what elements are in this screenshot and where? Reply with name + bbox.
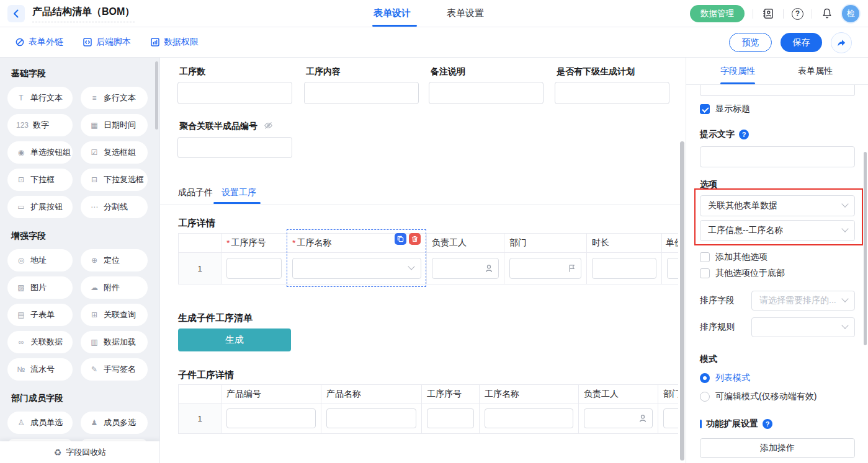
help-icon[interactable]: ? [763, 419, 772, 429]
clipped-input[interactable] [700, 85, 855, 96]
col-header-duration[interactable]: 时长 [587, 234, 662, 253]
tab-finished-parts[interactable]: 成品子件 [178, 187, 213, 198]
header-actions: 数据管理 ? 检 [690, 0, 859, 27]
save-button[interactable]: 保存 [781, 33, 822, 52]
other-option-bottom-row[interactable]: 其他选项位于底部 [700, 268, 855, 279]
delete-column-button[interactable] [409, 233, 421, 245]
share-button[interactable] [831, 32, 852, 53]
tab-set-process[interactable]: 设置工序 [221, 187, 256, 198]
duration-input[interactable] [592, 258, 656, 279]
show-title-checkbox-row[interactable]: 显示标题 [700, 104, 855, 115]
field-pill-select[interactable]: ⊡下拉框 [7, 169, 73, 191]
back-button[interactable] [7, 5, 25, 22]
canvas-scrollbar[interactable] [680, 141, 684, 461]
product-code-input[interactable] [226, 408, 316, 428]
checkbox-checked-icon[interactable] [700, 104, 710, 114]
field-pill-extend-button[interactable]: ▭扩展按钮 [7, 196, 73, 218]
field-label-aggregate-code: 聚合关联半成品编号 [179, 121, 273, 132]
external-link-action[interactable]: 表单外链 [15, 37, 63, 48]
department-input[interactable] [663, 408, 678, 428]
col-header-worker[interactable]: 负责工人 [427, 234, 504, 253]
process-no-input[interactable] [427, 408, 474, 428]
department-picker[interactable] [509, 258, 581, 279]
mode-list-radio[interactable]: 列表模式 [700, 373, 855, 384]
data-manage-button[interactable]: 数据管理 [690, 5, 745, 22]
col-header-department[interactable]: 部门 [504, 234, 587, 253]
copy-column-button[interactable] [395, 233, 406, 245]
field-pill-address[interactable]: ◎地址 [7, 249, 73, 271]
field-pill-divider[interactable]: ⋯分割线 [81, 196, 148, 218]
process-name-input[interactable] [485, 408, 573, 428]
field-pill-attachment[interactable]: ☁附件 [81, 276, 148, 299]
generate-button[interactable]: 生成 [178, 329, 291, 351]
product-name-input[interactable] [326, 408, 416, 428]
field-pill-linked-query[interactable]: ⊞关联查询 [81, 304, 148, 326]
field-recycle-bin[interactable]: ♻ 字段回收站 [0, 441, 160, 463]
tab-form-design[interactable]: 表单设计 [374, 0, 411, 27]
field-pill-member-single[interactable]: ♙成员单选 [7, 412, 73, 434]
data-permission-action[interactable]: 数据权限 [150, 37, 199, 48]
form-title[interactable]: 产品结构清单（BOM） [32, 6, 135, 22]
user-avatar[interactable]: 检 [842, 5, 859, 22]
col-header-product-name[interactable]: 产品名称 [321, 385, 422, 403]
process-name-select[interactable] [292, 258, 421, 279]
add-action-button[interactable]: 添加操作 [700, 438, 855, 458]
field-pill-member-multi[interactable]: ♟成员多选 [81, 412, 148, 434]
sidebar-scrollbar[interactable] [155, 61, 158, 130]
field-pill-signature[interactable]: ✎手写签名 [81, 358, 148, 381]
tab-form-settings[interactable]: 表单设置 [447, 0, 484, 27]
field-pill-multi-select[interactable]: ⊟下拉复选框 [81, 169, 148, 191]
help-icon[interactable]: ? [792, 8, 803, 20]
worker-picker[interactable] [432, 258, 499, 279]
field-pill-image[interactable]: ▨图片 [7, 276, 73, 299]
col-header-process-name[interactable]: 工序名称 [480, 385, 579, 403]
worker-picker[interactable] [584, 408, 653, 428]
properties-panel: 字段属性 表单属性 显示标题 提示文字 ? 选项 关联其他表单数据 [686, 58, 868, 463]
backend-script-action[interactable]: 后端脚本 [83, 37, 131, 48]
field-pill-number[interactable]: 123数字 [7, 114, 73, 136]
window-scrollbar[interactable] [864, 152, 867, 345]
col-header-index [179, 385, 221, 403]
field-input-remark[interactable] [429, 82, 544, 104]
checkbox-unchecked-icon[interactable] [700, 252, 710, 262]
col-header-unit-price[interactable]: 单价 [662, 234, 678, 253]
radio-selected-icon[interactable] [700, 373, 710, 383]
radio-unselected-icon[interactable] [700, 392, 710, 402]
field-pill-location[interactable]: ⊕定位 [81, 249, 148, 271]
field-pill-linked-data[interactable]: ∞关联数据 [7, 331, 73, 353]
contacts-icon[interactable] [761, 7, 775, 20]
field-pill-radio-group[interactable]: ◉单选按钮组 [7, 141, 73, 164]
col-header-process-no[interactable]: *工序序号 [221, 234, 287, 253]
col-header-department[interactable]: 部门 [658, 385, 678, 403]
sort-field-select[interactable]: 请选择需要排序的... [751, 291, 855, 311]
option-source-select[interactable]: 关联其他表单数据 [700, 195, 855, 216]
field-input-has-sub-plan[interactable] [555, 82, 669, 104]
tab-form-properties[interactable]: 表单属性 [798, 58, 833, 85]
tab-field-properties[interactable]: 字段属性 [720, 58, 755, 85]
field-input-aggregate-code[interactable] [177, 137, 292, 158]
preview-button[interactable]: 预览 [729, 33, 772, 52]
chevron-down-icon [841, 225, 848, 232]
process-no-input[interactable] [226, 258, 282, 279]
col-header-process-no[interactable]: 工序序号 [422, 385, 480, 403]
field-pill-single-text[interactable]: T单行文本 [7, 87, 73, 109]
field-input-process-content[interactable] [304, 82, 419, 104]
field-pill-checkbox-group[interactable]: ☑复选框组 [81, 141, 148, 164]
col-header-product-code[interactable]: 产品编号 [221, 385, 321, 403]
field-pill-serial-number[interactable]: №流水号 [7, 358, 73, 381]
option-field-select[interactable]: 工序信息--工序名称 [700, 220, 855, 241]
sort-rule-select[interactable] [751, 317, 855, 337]
add-other-option-row[interactable]: 添加其他选项 [700, 252, 855, 263]
field-pill-data-load[interactable]: ▥数据加载 [81, 331, 148, 353]
col-header-worker[interactable]: 负责工人 [579, 385, 658, 403]
field-pill-datetime[interactable]: ▦日期时间 [81, 114, 148, 136]
unit-price-input[interactable] [667, 258, 678, 279]
mode-editable-radio[interactable]: 可编辑模式(仅移动端有效) [700, 391, 855, 402]
field-pill-multi-text[interactable]: ≡多行文本 [81, 87, 148, 109]
help-icon[interactable]: ? [739, 130, 749, 139]
notification-bell-icon[interactable] [820, 7, 834, 20]
field-pill-subform[interactable]: ▤子表单 [7, 304, 73, 326]
field-input-process-count[interactable] [177, 82, 292, 104]
checkbox-unchecked-icon[interactable] [700, 268, 710, 278]
hint-text-input[interactable] [700, 146, 855, 167]
